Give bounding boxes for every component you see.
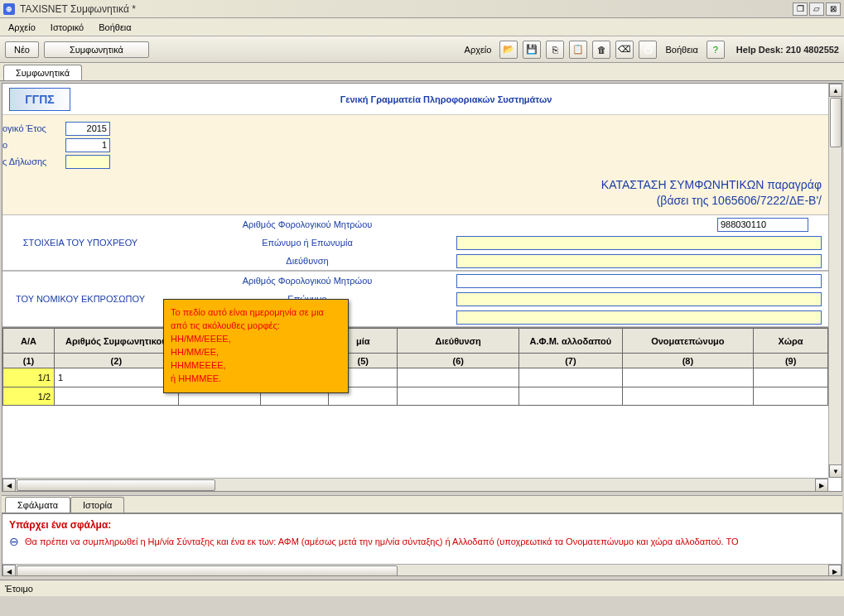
scroll-right-icon[interactable]: ▶: [815, 479, 828, 492]
scroll-thumb[interactable]: [830, 98, 842, 147]
coln-8: (8): [622, 354, 754, 368]
toolbar-help-label: Βοήθεια: [665, 45, 697, 55]
scroll-thumb[interactable]: [17, 565, 398, 576]
rep-label: ΤΟΥ ΝΟΜΙΚΟΥ ΕΚΠΡΟΣΩΠΟΥ: [2, 272, 158, 326]
table-row[interactable]: 1/2: [3, 387, 828, 406]
year-label: ογικό Έτος: [2, 123, 65, 133]
col-num: Αριθμός Συμφωνητικού: [55, 329, 179, 354]
gsis-logo: ΓΓΠΣ: [9, 88, 70, 111]
maximize-icon[interactable]: ▱: [809, 2, 824, 16]
coln-9: (9): [754, 354, 828, 368]
menu-history[interactable]: Ιστορικό: [47, 21, 87, 34]
col-afm: Α.Φ.Μ. αλλοδαπού: [519, 329, 622, 354]
afm-label: Αριθμός Φορολογικού Μητρώου: [158, 219, 456, 229]
decl-input[interactable]: [65, 155, 110, 169]
coln-7: (7): [519, 354, 622, 368]
rep-afm-label: Αριθμός Φορολογικού Μητρώου: [158, 276, 456, 286]
afm-input[interactable]: [717, 218, 808, 232]
scroll-left-icon[interactable]: ◀: [2, 479, 16, 492]
section-representative: ΤΟΥ ΝΟΜΙΚΟΥ ΕΚΠΡΟΣΩΠΟΥ Αριθμός Φορολογικ…: [2, 271, 828, 327]
new-button[interactable]: Νέο: [5, 41, 39, 58]
close-window-icon[interactable]: ⊠: [826, 2, 841, 16]
year-input[interactable]: [65, 122, 110, 136]
rep-addr-input[interactable]: [456, 310, 822, 325]
errors-heading: Υπάρχει ένα σφάλμα:: [9, 519, 835, 531]
name-input[interactable]: [456, 236, 822, 250]
name-label: Επώνυμο ή Επωνυμία: [158, 238, 456, 248]
delete-icon[interactable]: 🗑: [592, 41, 610, 59]
col-name: Ονοματεπώνυμο: [622, 329, 754, 354]
katastasi-title: ΚΑΤΑΣΤΑΣΗ ΣΥΜΦΩΝΗΤΙΚΩΝ παραγράφ (βάσει τ…: [601, 177, 822, 209]
cancel-icon[interactable]: ⌫: [615, 41, 634, 59]
coln-2: (2): [55, 354, 179, 368]
addr-label: Διεύθυνση: [158, 256, 456, 266]
save-icon[interactable]: 💾: [523, 41, 541, 59]
seq-input[interactable]: [65, 138, 110, 152]
cell[interactable]: [622, 368, 754, 387]
tab-agreements[interactable]: Συμφωνητικά: [3, 65, 82, 80]
tab-history[interactable]: Ιστορία: [70, 497, 124, 513]
cell[interactable]: [398, 387, 519, 406]
app-icon: ⊕: [3, 3, 15, 15]
stop-icon[interactable]: ⏻: [639, 41, 657, 59]
col-aa: Α/Α: [3, 329, 55, 354]
content-pane: ΓΓΠΣ Γενική Γραμματεία Πληροφοριακών Συσ…: [2, 83, 842, 492]
table-row[interactable]: 1/1 1: [3, 368, 828, 387]
menu-help[interactable]: Βοήθεια: [95, 21, 134, 34]
tab-errors[interactable]: Σφάλματα: [5, 497, 70, 513]
rep-afm-input[interactable]: [456, 274, 822, 288]
toolbar: Νέο Συμφωνητικά Αρχείο 📂 💾 ⎘ 📋 🗑 ⌫ ⏻ Βοή…: [0, 36, 844, 63]
bullet-icon: ⊖: [9, 535, 19, 548]
restore-down-icon[interactable]: ❐: [793, 2, 808, 16]
row-aa: 1/2: [3, 387, 55, 406]
col-country: Χώρα: [754, 329, 828, 354]
error-row: ⊖ Θα πρέπει να συμπληρωθεί η Ημ/νία Σύντ…: [9, 534, 835, 547]
agreements-button[interactable]: Συμφωνητικά: [44, 41, 149, 58]
cell[interactable]: [519, 387, 622, 406]
decl-label: ς Δήλωσης: [2, 156, 65, 166]
helpdesk-label: Help Desk: 210 4802552: [736, 45, 839, 55]
errors-pane: Υπάρχει ένα σφάλμα: ⊖ Θα πρέπει να συμπλ…: [2, 513, 842, 576]
cell[interactable]: [622, 387, 754, 406]
cell[interactable]: [754, 387, 828, 406]
scroll-down-icon[interactable]: ▼: [829, 464, 842, 478]
window-title: TAXISNET Συμφωνητικά *: [20, 3, 793, 15]
cell[interactable]: [398, 368, 519, 387]
status-text: Έτοιμο: [5, 584, 33, 594]
scroll-up-icon[interactable]: ▲: [829, 84, 842, 97]
paste-icon[interactable]: 📋: [569, 41, 587, 59]
menu-file[interactable]: Αρχείο: [5, 21, 39, 34]
vertical-scrollbar[interactable]: ▲ ▼: [828, 84, 842, 478]
row-aa: 1/1: [3, 368, 55, 387]
form-band: ογικό Έτος ο ς Δήλωσης ΚΑΤΑΣΤΑΣΗ ΣΥΜΦΩΝΗ…: [2, 115, 828, 214]
col-addr: Διεύθυνση: [398, 329, 519, 354]
copy-icon[interactable]: ⎘: [546, 41, 564, 59]
coln-6: (6): [398, 354, 519, 368]
cell[interactable]: [519, 368, 622, 387]
cell-num[interactable]: 1: [55, 368, 179, 387]
menu-bar: Αρχείο Ιστορικό Βοήθεια: [0, 18, 844, 36]
main-tabstrip: Συμφωνητικά: [0, 63, 844, 81]
coln-1: (1): [3, 354, 55, 368]
help-icon[interactable]: ?: [707, 41, 725, 59]
scroll-left-icon[interactable]: ◀: [2, 565, 16, 576]
header-band: ΓΓΠΣ Γενική Γραμματεία Πληροφοριακών Συσ…: [2, 84, 828, 115]
taxpayer-label: ΣΤΟΙΧΕΙΑ ΤΟΥ ΥΠΟΧΡΕΟΥ: [2, 215, 158, 270]
errors-hscroll[interactable]: ◀ ▶: [2, 564, 842, 575]
addr-input[interactable]: [456, 254, 822, 268]
date-format-tooltip: Το πεδίο αυτό είναι ημερομηνία σε μια απ…: [163, 299, 349, 393]
scroll-thumb[interactable]: [17, 479, 215, 491]
cell[interactable]: [754, 368, 828, 387]
data-grid: Α/Α Αριθμός Συμφωνητικού μία Διεύθυνση Α…: [2, 327, 828, 406]
cell[interactable]: [55, 387, 179, 406]
toolbar-file-label: Αρχείο: [465, 45, 492, 55]
status-bar: Έτοιμο: [0, 580, 844, 596]
open-icon[interactable]: 📂: [499, 41, 518, 59]
org-title: Γενική Γραμματεία Πληροφοριακών Συστημάτ…: [70, 94, 822, 104]
section-taxpayer: ΣΤΟΙΧΕΙΑ ΤΟΥ ΥΠΟΧΡΕΟΥ Αριθμός Φορολογικο…: [2, 214, 828, 271]
scroll-right-icon[interactable]: ▶: [828, 565, 842, 576]
bottom-tabstrip: Σφάλματα Ιστορία: [2, 495, 842, 513]
seq-label: ο: [2, 140, 65, 150]
rep-name-input[interactable]: [456, 292, 822, 306]
horizontal-scrollbar[interactable]: ◀ ▶: [2, 478, 828, 491]
